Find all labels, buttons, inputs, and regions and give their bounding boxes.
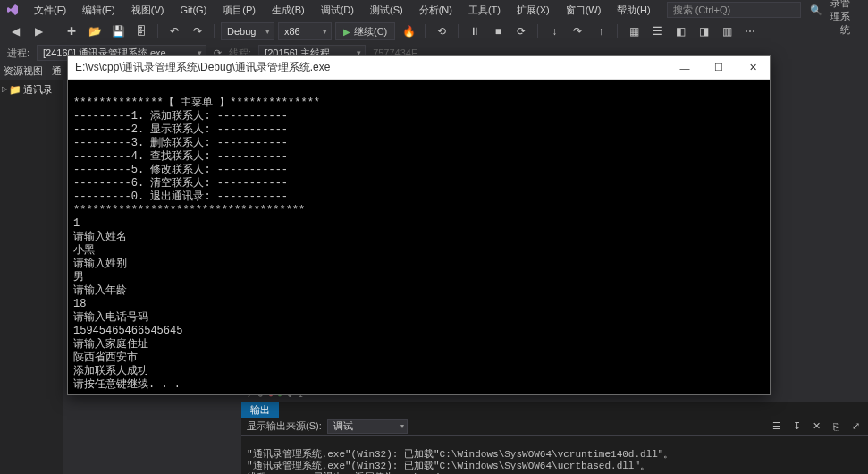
console-line: 18 bbox=[73, 298, 86, 310]
continue-label: 继续(C) bbox=[354, 25, 387, 38]
menu-help[interactable]: 帮助(H) bbox=[610, 2, 657, 19]
vs-logo bbox=[5, 3, 20, 17]
play-icon: ▶ bbox=[343, 27, 350, 37]
misc-icon-4[interactable]: ◨ bbox=[694, 22, 713, 40]
resource-view-header: 资源视图 - 通 bbox=[0, 63, 63, 80]
console-line: **************【 主菜单 】************** bbox=[73, 97, 320, 109]
expand-icon[interactable]: ▷ bbox=[2, 82, 7, 97]
nav-back-icon[interactable]: ◀ bbox=[5, 22, 25, 40]
platform-combo[interactable]: x86 bbox=[278, 22, 332, 40]
console-line: 15945465466545645 bbox=[73, 325, 182, 337]
console-line: ---------0. 退出通讯录: ----------- bbox=[73, 190, 288, 203]
undo-icon[interactable]: ↶ bbox=[164, 22, 184, 40]
console-line: ---------1. 添加联系人: ----------- bbox=[73, 110, 288, 123]
console-line: 小黑 bbox=[73, 244, 95, 257]
solution-name: 通讯录管理系统 bbox=[824, 0, 863, 37]
continue-button[interactable]: ▶ 继续(C) bbox=[335, 22, 395, 40]
tree-root-item[interactable]: ▷ 📁 通讯录 bbox=[2, 82, 61, 97]
pause-icon[interactable]: ⏸ bbox=[465, 22, 485, 40]
save-icon[interactable]: 💾 bbox=[108, 22, 128, 40]
output-source-combo[interactable]: 调试 bbox=[327, 419, 408, 434]
menu-file[interactable]: 文件(F) bbox=[27, 2, 73, 19]
console-line: ---------3. 删除联系人: ----------- bbox=[73, 137, 288, 149]
output-line: "通讯录管理系统.exe"(Win32): 已加载"C:\Windows\Sys… bbox=[247, 449, 673, 460]
config-combo[interactable]: Debug bbox=[221, 22, 274, 40]
misc-icon-5[interactable]: ▥ bbox=[717, 22, 737, 40]
tree-root-label: 通讯录 bbox=[23, 82, 53, 97]
misc-icon-6[interactable]: ⋯ bbox=[740, 22, 760, 40]
save-all-icon[interactable]: 🗄 bbox=[131, 22, 151, 40]
stop-icon[interactable]: ■ bbox=[488, 22, 508, 40]
project-icon: 📁 bbox=[9, 82, 21, 97]
menu-git[interactable]: Git(G) bbox=[173, 3, 214, 17]
output-panel: ↗ ⟳ ● ● ↧ ↥ 输出 显示输出来源(S): 调试 ☰ ↧ ✕ ⎘ ⤢ "… bbox=[241, 385, 868, 474]
output-header: 显示输出来源(S): 调试 ☰ ↧ ✕ ⎘ ⤢ bbox=[241, 418, 868, 436]
menu-analyze[interactable]: 分析(N) bbox=[412, 2, 459, 19]
minimize-button[interactable]: — bbox=[668, 56, 702, 80]
menu-debug[interactable]: 调试(D) bbox=[314, 2, 361, 19]
console-line: 请输入姓名 bbox=[73, 231, 127, 243]
menu-project[interactable]: 项目(P) bbox=[215, 2, 263, 19]
refresh-icon[interactable]: ⟲ bbox=[432, 22, 451, 40]
output-body[interactable]: "通讯录管理系统.exe"(Win32): 已加载"C:\Windows\Sys… bbox=[241, 436, 868, 474]
hot-reload-icon[interactable]: 🔥 bbox=[399, 22, 418, 40]
restart-icon[interactable]: ⟳ bbox=[511, 22, 531, 40]
console-line: 陕西省西安市 bbox=[73, 351, 138, 364]
console-line: 1 bbox=[73, 217, 80, 230]
output-line: "通讯录管理系统.exe"(Win32): 已加载"C:\Windows\Sys… bbox=[247, 461, 650, 471]
console-line: 请输入年龄 bbox=[73, 284, 127, 297]
output-icon-2[interactable]: ↧ bbox=[789, 420, 804, 432]
console-window: E:\vs\cpp\通讯录管理系统\Debug\通讯录管理系统.exe — ☐ … bbox=[67, 55, 771, 395]
console-line: 请输入姓别 bbox=[73, 258, 127, 270]
resource-view-panel: 资源视图 - 通 ▷ 📁 通讯录 bbox=[0, 63, 63, 474]
new-file-icon[interactable]: ✚ bbox=[62, 22, 81, 40]
output-icon-5[interactable]: ⤢ bbox=[848, 420, 863, 432]
menu-bar: 文件(F) 编辑(E) 视图(V) Git(G) 项目(P) 生成(B) 调试(… bbox=[0, 0, 868, 20]
step-out-icon[interactable]: ↑ bbox=[591, 22, 611, 40]
menu-tools[interactable]: 工具(T) bbox=[461, 2, 508, 19]
step-over-icon[interactable]: ↷ bbox=[568, 22, 587, 40]
console-line: 添加联系人成功 bbox=[73, 365, 148, 377]
maximize-button[interactable]: ☐ bbox=[702, 56, 736, 80]
console-line: 请输入电话号码 bbox=[73, 311, 148, 324]
console-titlebar[interactable]: E:\vs\cpp\通讯录管理系统\Debug\通讯录管理系统.exe — ☐ … bbox=[68, 56, 770, 80]
misc-icon-2[interactable]: ☰ bbox=[647, 22, 667, 40]
open-icon[interactable]: 📂 bbox=[85, 22, 105, 40]
redo-icon[interactable]: ↷ bbox=[188, 22, 207, 40]
console-body[interactable]: **************【 主菜单 】************** ----… bbox=[68, 80, 770, 394]
main-toolbar: ◀ ▶ ✚ 📂 💾 🗄 ↶ ↷ Debug x86 ▶ 继续(C) 🔥 ⟲ ⏸ … bbox=[0, 20, 868, 43]
step-into-icon[interactable]: ↓ bbox=[544, 22, 564, 40]
menu-edit[interactable]: 编辑(E) bbox=[75, 2, 122, 19]
output-source-label: 显示输出来源(S): bbox=[247, 419, 322, 433]
console-line: 请按任意键继续. . . bbox=[73, 378, 181, 391]
menu-ext[interactable]: 扩展(X) bbox=[510, 2, 557, 19]
close-button[interactable]: ✕ bbox=[736, 56, 770, 80]
output-icon-4[interactable]: ⎘ bbox=[829, 421, 843, 432]
output-icon-1[interactable]: ☰ bbox=[770, 420, 784, 432]
misc-icon-3[interactable]: ◧ bbox=[670, 22, 690, 40]
search-input[interactable]: 搜索 (Ctrl+Q) bbox=[667, 2, 801, 18]
console-line: ---------5. 修改联系人: ----------- bbox=[73, 164, 288, 176]
misc-icon-1[interactable]: ▦ bbox=[624, 22, 644, 40]
console-line: 请输入家庭住址 bbox=[73, 338, 148, 351]
menu-test[interactable]: 测试(S) bbox=[363, 2, 410, 19]
menu-build[interactable]: 生成(B) bbox=[265, 2, 312, 19]
console-line: ---------4. 查找联系人: ----------- bbox=[73, 150, 288, 163]
process-label: 进程: bbox=[7, 47, 29, 60]
output-icon-3[interactable]: ✕ bbox=[809, 420, 823, 432]
console-line: ---------2. 显示联系人: ----------- bbox=[73, 123, 288, 136]
nav-fwd-icon[interactable]: ▶ bbox=[29, 22, 48, 40]
menu-view[interactable]: 视图(V) bbox=[124, 2, 172, 19]
console-line: ************************************ bbox=[73, 204, 305, 216]
console-title-text: E:\vs\cpp\通讯录管理系统\Debug\通讯录管理系统.exe bbox=[75, 60, 330, 75]
console-line: ---------6. 清空联系人: ----------- bbox=[73, 177, 288, 190]
console-line: 男 bbox=[73, 271, 84, 284]
search-icon[interactable]: 🔍 bbox=[810, 4, 822, 16]
menu-window[interactable]: 窗口(W) bbox=[559, 2, 609, 19]
output-tab[interactable]: 输出 bbox=[241, 402, 279, 418]
